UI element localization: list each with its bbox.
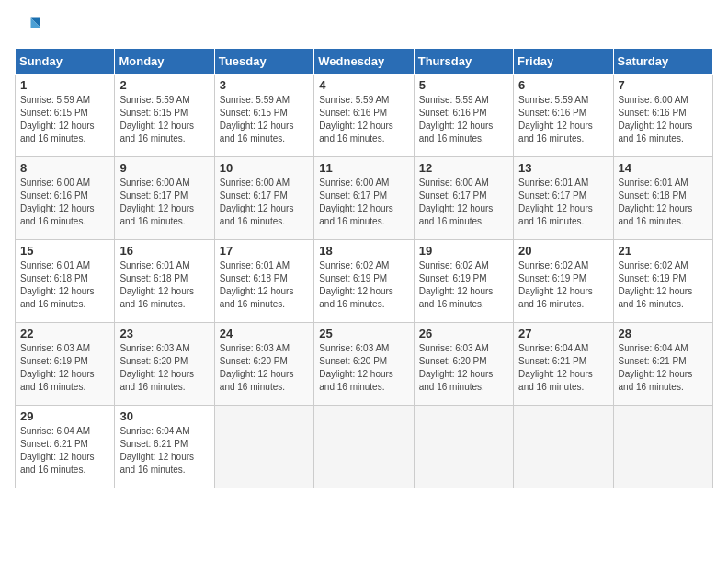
logo-icon xyxy=(15,15,40,40)
day-info: Sunrise: 6:01 AMSunset: 6:17 PMDaylight:… xyxy=(518,177,608,228)
day-info: Sunrise: 6:03 AMSunset: 6:20 PMDaylight:… xyxy=(220,342,309,394)
day-info: Sunrise: 5:59 AMSunset: 6:15 PMDaylight:… xyxy=(20,94,109,145)
day-number: 12 xyxy=(419,161,508,175)
day-info: Sunrise: 5:59 AMSunset: 6:16 PMDaylight:… xyxy=(419,94,508,145)
day-number: 9 xyxy=(119,161,209,175)
day-cell-17: 17Sunrise: 6:01 AMSunset: 6:18 PMDayligh… xyxy=(214,240,313,323)
empty-cell xyxy=(414,406,513,488)
day-info: Sunrise: 6:01 AMSunset: 6:18 PMDaylight:… xyxy=(119,259,209,311)
day-cell-27: 27Sunrise: 6:04 AMSunset: 6:21 PMDayligh… xyxy=(514,323,613,406)
day-info: Sunrise: 6:00 AMSunset: 6:16 PMDaylight:… xyxy=(20,177,109,228)
day-cell-19: 19Sunrise: 6:02 AMSunset: 6:19 PMDayligh… xyxy=(414,240,513,323)
day-number: 10 xyxy=(220,161,309,175)
day-number: 18 xyxy=(319,244,408,258)
day-number: 22 xyxy=(20,327,109,340)
day-info: Sunrise: 6:00 AMSunset: 6:17 PMDaylight:… xyxy=(220,177,309,228)
week-row-5: 29Sunrise: 6:04 AMSunset: 6:21 PMDayligh… xyxy=(16,406,713,488)
day-cell-10: 10Sunrise: 6:00 AMSunset: 6:17 PMDayligh… xyxy=(214,157,313,240)
day-info: Sunrise: 6:02 AMSunset: 6:19 PMDaylight:… xyxy=(619,259,708,311)
day-info: Sunrise: 6:04 AMSunset: 6:21 PMDaylight:… xyxy=(619,342,708,394)
day-number: 11 xyxy=(319,161,408,175)
day-number: 2 xyxy=(119,78,209,92)
day-info: Sunrise: 6:03 AMSunset: 6:20 PMDaylight:… xyxy=(419,342,508,394)
day-cell-25: 25Sunrise: 6:03 AMSunset: 6:20 PMDayligh… xyxy=(314,323,414,406)
day-info: Sunrise: 6:02 AMSunset: 6:19 PMDaylight:… xyxy=(518,259,608,311)
day-info: Sunrise: 6:03 AMSunset: 6:20 PMDaylight:… xyxy=(119,342,209,394)
day-number: 4 xyxy=(319,78,408,92)
logo xyxy=(15,15,40,40)
header-wednesday: Wednesday xyxy=(314,49,414,75)
day-number: 19 xyxy=(419,244,508,258)
day-info: Sunrise: 6:04 AMSunset: 6:21 PMDaylight:… xyxy=(119,425,209,477)
day-cell-24: 24Sunrise: 6:03 AMSunset: 6:20 PMDayligh… xyxy=(214,323,313,406)
day-cell-8: 8Sunrise: 6:00 AMSunset: 6:16 PMDaylight… xyxy=(16,157,115,240)
week-row-4: 22Sunrise: 6:03 AMSunset: 6:19 PMDayligh… xyxy=(16,323,713,406)
day-cell-7: 7Sunrise: 6:00 AMSunset: 6:16 PMDaylight… xyxy=(613,75,712,157)
day-number: 20 xyxy=(518,244,608,258)
day-number: 13 xyxy=(518,161,608,175)
day-cell-22: 22Sunrise: 6:03 AMSunset: 6:19 PMDayligh… xyxy=(16,323,115,406)
day-info: Sunrise: 6:04 AMSunset: 6:21 PMDaylight:… xyxy=(518,342,608,394)
day-info: Sunrise: 6:03 AMSunset: 6:19 PMDaylight:… xyxy=(20,342,109,394)
day-info: Sunrise: 6:00 AMSunset: 6:17 PMDaylight:… xyxy=(419,177,508,228)
day-info: Sunrise: 5:59 AMSunset: 6:15 PMDaylight:… xyxy=(119,94,209,145)
day-cell-5: 5Sunrise: 5:59 AMSunset: 6:16 PMDaylight… xyxy=(414,75,513,157)
day-number: 3 xyxy=(220,78,309,92)
day-cell-18: 18Sunrise: 6:02 AMSunset: 6:19 PMDayligh… xyxy=(314,240,414,323)
day-number: 1 xyxy=(20,78,109,92)
calendar-table: SundayMondayTuesdayWednesdayThursdayFrid… xyxy=(15,48,713,488)
day-cell-16: 16Sunrise: 6:01 AMSunset: 6:18 PMDayligh… xyxy=(115,240,214,323)
day-info: Sunrise: 6:00 AMSunset: 6:16 PMDaylight:… xyxy=(619,94,708,145)
header-sunday: Sunday xyxy=(16,49,115,75)
day-cell-20: 20Sunrise: 6:02 AMSunset: 6:19 PMDayligh… xyxy=(514,240,613,323)
day-cell-15: 15Sunrise: 6:01 AMSunset: 6:18 PMDayligh… xyxy=(16,240,115,323)
week-row-3: 15Sunrise: 6:01 AMSunset: 6:18 PMDayligh… xyxy=(16,240,713,323)
header-saturday: Saturday xyxy=(613,49,712,75)
day-info: Sunrise: 5:59 AMSunset: 6:16 PMDaylight:… xyxy=(518,94,608,145)
header-friday: Friday xyxy=(514,49,613,75)
day-number: 5 xyxy=(419,78,508,92)
day-info: Sunrise: 6:02 AMSunset: 6:19 PMDaylight:… xyxy=(419,259,508,311)
day-cell-13: 13Sunrise: 6:01 AMSunset: 6:17 PMDayligh… xyxy=(514,157,613,240)
day-number: 24 xyxy=(220,327,309,340)
week-row-1: 1Sunrise: 5:59 AMSunset: 6:15 PMDaylight… xyxy=(16,75,713,157)
day-cell-23: 23Sunrise: 6:03 AMSunset: 6:20 PMDayligh… xyxy=(115,323,214,406)
day-number: 15 xyxy=(20,244,109,258)
header-row: SundayMondayTuesdayWednesdayThursdayFrid… xyxy=(16,49,713,75)
day-info: Sunrise: 6:00 AMSunset: 6:17 PMDaylight:… xyxy=(319,177,408,228)
day-number: 8 xyxy=(20,161,109,175)
header-thursday: Thursday xyxy=(414,49,513,75)
day-cell-30: 30Sunrise: 6:04 AMSunset: 6:21 PMDayligh… xyxy=(115,406,214,488)
day-cell-9: 9Sunrise: 6:00 AMSunset: 6:17 PMDaylight… xyxy=(115,157,214,240)
header xyxy=(15,15,713,40)
day-info: Sunrise: 6:00 AMSunset: 6:17 PMDaylight:… xyxy=(119,177,209,228)
empty-cell xyxy=(314,406,414,488)
day-number: 27 xyxy=(518,327,608,340)
day-number: 25 xyxy=(319,327,408,340)
day-number: 7 xyxy=(619,78,708,92)
day-cell-26: 26Sunrise: 6:03 AMSunset: 6:20 PMDayligh… xyxy=(414,323,513,406)
day-cell-14: 14Sunrise: 6:01 AMSunset: 6:18 PMDayligh… xyxy=(613,157,712,240)
header-monday: Monday xyxy=(115,49,214,75)
day-number: 28 xyxy=(619,327,708,340)
day-number: 30 xyxy=(119,409,209,423)
day-cell-2: 2Sunrise: 5:59 AMSunset: 6:15 PMDaylight… xyxy=(115,75,214,157)
day-number: 23 xyxy=(119,327,209,340)
empty-cell xyxy=(214,406,313,488)
empty-cell xyxy=(613,406,712,488)
day-info: Sunrise: 5:59 AMSunset: 6:16 PMDaylight:… xyxy=(319,94,408,145)
day-cell-28: 28Sunrise: 6:04 AMSunset: 6:21 PMDayligh… xyxy=(613,323,712,406)
header-tuesday: Tuesday xyxy=(214,49,313,75)
day-cell-11: 11Sunrise: 6:00 AMSunset: 6:17 PMDayligh… xyxy=(314,157,414,240)
day-number: 6 xyxy=(518,78,608,92)
day-cell-29: 29Sunrise: 6:04 AMSunset: 6:21 PMDayligh… xyxy=(16,406,115,488)
day-info: Sunrise: 6:01 AMSunset: 6:18 PMDaylight:… xyxy=(220,259,309,311)
day-cell-3: 3Sunrise: 5:59 AMSunset: 6:15 PMDaylight… xyxy=(214,75,313,157)
week-row-2: 8Sunrise: 6:00 AMSunset: 6:16 PMDaylight… xyxy=(16,157,713,240)
day-info: Sunrise: 6:03 AMSunset: 6:20 PMDaylight:… xyxy=(319,342,408,394)
day-info: Sunrise: 6:04 AMSunset: 6:21 PMDaylight:… xyxy=(20,425,109,477)
day-number: 26 xyxy=(419,327,508,340)
day-cell-21: 21Sunrise: 6:02 AMSunset: 6:19 PMDayligh… xyxy=(613,240,712,323)
day-info: Sunrise: 6:02 AMSunset: 6:19 PMDaylight:… xyxy=(319,259,408,311)
day-number: 16 xyxy=(119,244,209,258)
